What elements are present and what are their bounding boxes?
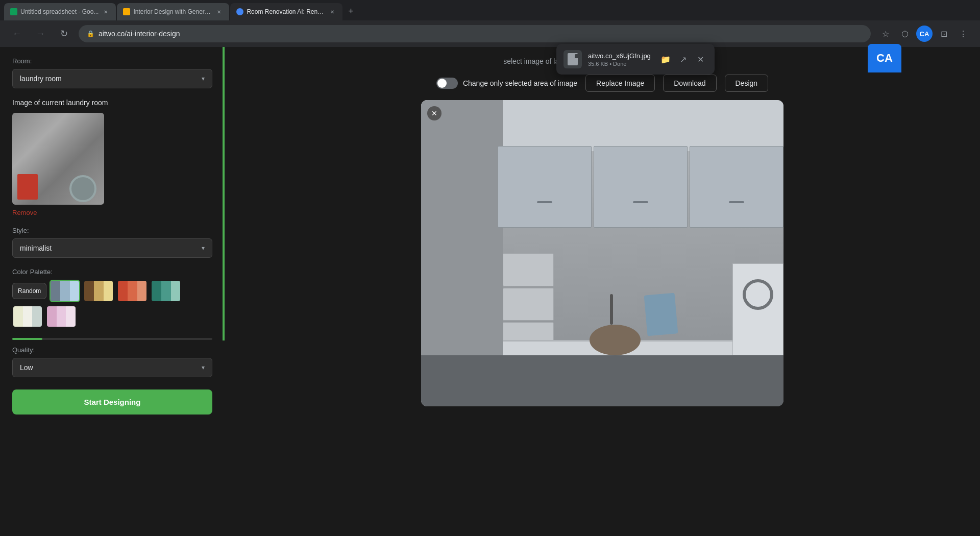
notification-close-button[interactable]: ✕: [693, 52, 707, 66]
lock-icon: 🔒: [87, 30, 94, 37]
sheets-favicon: [10, 8, 17, 15]
towels: [644, 293, 678, 336]
gdrive-favicon: [123, 8, 130, 15]
color-palette-section: Color Palette: Random: [12, 268, 212, 328]
tab-bar: Untitled spreadsheet - Goo... ✕ Interior…: [0, 0, 980, 20]
palette-swatch-3[interactable]: [117, 280, 148, 302]
style-section: Style: minimalist ▾: [12, 227, 212, 258]
main-content: select image of laundry room and then cl…: [225, 47, 980, 536]
palette-swatch-2[interactable]: [83, 280, 114, 302]
style-chevron-icon: ▾: [202, 245, 205, 252]
bin-1: [503, 253, 554, 286]
palette-swatch-1[interactable]: [50, 280, 80, 302]
back-button[interactable]: ←: [8, 25, 26, 42]
profile-avatar[interactable]: CA: [916, 26, 933, 42]
forward-button[interactable]: →: [32, 25, 49, 42]
toggle-knob: [437, 79, 447, 88]
cabinet-3: [690, 146, 783, 228]
washer-door: [743, 279, 773, 310]
uploaded-image: [12, 113, 104, 205]
design-button[interactable]: Design: [725, 75, 769, 92]
notification-info: aitwo.co_x6UjGfn.jpg 35.6 KB • Done: [588, 52, 652, 67]
nav-actions: ☆ ⬡ CA ⊡ ⋮: [877, 25, 972, 42]
image-display: ✕: [225, 100, 980, 536]
quality-label: Quality:: [12, 346, 212, 354]
room-label: Room:: [12, 57, 212, 65]
style-value: minimalist: [20, 244, 52, 252]
tab-aitwo[interactable]: Room Renovation AI: Renova... ✕: [230, 3, 342, 20]
upper-cabinets: [498, 146, 783, 228]
color-palette-label: Color Palette:: [12, 268, 212, 276]
tab-sheets-title: Untitled spreadsheet - Goo...: [20, 8, 99, 15]
address-bar[interactable]: 🔒 aitwo.co/ai-interior-design: [79, 25, 871, 42]
room-value: laundry room: [20, 75, 62, 83]
start-designing-button[interactable]: Start Designing: [12, 389, 212, 415]
tab-aitwo-close[interactable]: ✕: [328, 8, 336, 16]
room-floor: [421, 355, 783, 406]
browser-menu-button[interactable]: ⋮: [954, 25, 972, 42]
quality-select[interactable]: Low ▾: [12, 358, 212, 377]
replace-image-button[interactable]: Replace Image: [585, 75, 655, 92]
room-chevron-icon: ▾: [202, 75, 205, 82]
palette-swatch-5[interactable]: [12, 305, 43, 328]
washer: [732, 263, 783, 355]
tab-aitwo-title: Room Renovation AI: Renova...: [247, 8, 325, 15]
toggle-label: Change only selected area of image: [463, 79, 577, 87]
ca-avatar-popup[interactable]: CA: [868, 44, 901, 72]
palette-random-button[interactable]: Random: [12, 283, 46, 299]
palette-options: Random: [12, 280, 212, 328]
page-content: Room: laundry room ▾ Image of current la…: [0, 47, 980, 536]
cabinet-1: [498, 146, 592, 228]
notification-actions: 📁 ↗ ✕: [658, 52, 707, 66]
sidebar-toggle-button[interactable]: ⊡: [935, 25, 952, 42]
sink-area: [574, 263, 676, 366]
reload-button[interactable]: ↻: [55, 25, 72, 42]
toggle-switch-area[interactable]: Change only selected area of image: [436, 78, 577, 89]
download-notification: aitwo.co_x6UjGfn.jpg 35.6 KB • Done 📁 ↗ …: [556, 44, 715, 75]
sidebar: Room: laundry room ▾ Image of current la…: [0, 47, 225, 536]
remove-image-link[interactable]: Remove: [12, 209, 212, 216]
notification-folder-button[interactable]: 📁: [658, 52, 673, 66]
room-select[interactable]: laundry room ▾: [12, 69, 212, 88]
profile-menu-button[interactable]: CA: [916, 25, 933, 42]
quality-value: Low: [20, 363, 33, 372]
tab-sheets-close[interactable]: ✕: [102, 8, 110, 16]
tab-interior-close[interactable]: ✕: [215, 8, 223, 16]
notification-open-button[interactable]: ↗: [676, 52, 690, 66]
style-label: Style:: [12, 227, 212, 234]
tab-sheets[interactable]: Untitled spreadsheet - Goo... ✕: [4, 3, 116, 20]
palette-swatch-6[interactable]: [46, 305, 77, 328]
quality-chevron-icon: ▾: [202, 364, 205, 371]
progress-bar: [12, 338, 212, 340]
selected-area-toggle[interactable]: [436, 78, 458, 89]
notification-file-icon: [564, 50, 582, 68]
progress-fill: [12, 338, 42, 340]
cabinet-2: [594, 146, 688, 228]
download-button[interactable]: Download: [663, 75, 716, 92]
faucet: [610, 294, 613, 325]
extension-button[interactable]: ⬡: [896, 25, 914, 42]
action-bar: Change only selected area of image Repla…: [225, 70, 980, 100]
design-room-image: [421, 100, 783, 406]
tab-interior[interactable]: Interior Design with Generat... ✕: [117, 3, 229, 20]
style-select[interactable]: minimalist ▾: [12, 238, 212, 258]
close-image-button[interactable]: ✕: [427, 106, 442, 120]
aitwo-favicon: [236, 8, 243, 15]
url-text: aitwo.co/ai-interior-design: [99, 30, 863, 38]
tab-interior-title: Interior Design with Generat...: [133, 8, 212, 15]
browser-chrome: Untitled spreadsheet - Goo... ✕ Interior…: [0, 0, 980, 47]
palette-swatch-4[interactable]: [151, 280, 181, 302]
notification-filename: aitwo.co_x6UjGfn.jpg: [588, 52, 652, 60]
notification-meta: 35.6 KB • Done: [588, 61, 652, 67]
new-tab-button[interactable]: +: [344, 4, 358, 18]
nav-bar: ← → ↻ 🔒 aitwo.co/ai-interior-design ☆ ⬡ …: [0, 20, 980, 47]
bin-2: [503, 288, 554, 321]
file-icon-shape: [568, 53, 578, 65]
sink-bowl: [590, 325, 641, 355]
image-section-title: Image of current laundry room: [12, 99, 212, 107]
design-image-container: ✕: [421, 100, 783, 406]
image-upload-area[interactable]: [12, 113, 104, 205]
laundry-room-preview: [12, 113, 104, 205]
bookmark-button[interactable]: ☆: [877, 25, 894, 42]
quality-section: Quality: Low ▾: [12, 346, 212, 377]
